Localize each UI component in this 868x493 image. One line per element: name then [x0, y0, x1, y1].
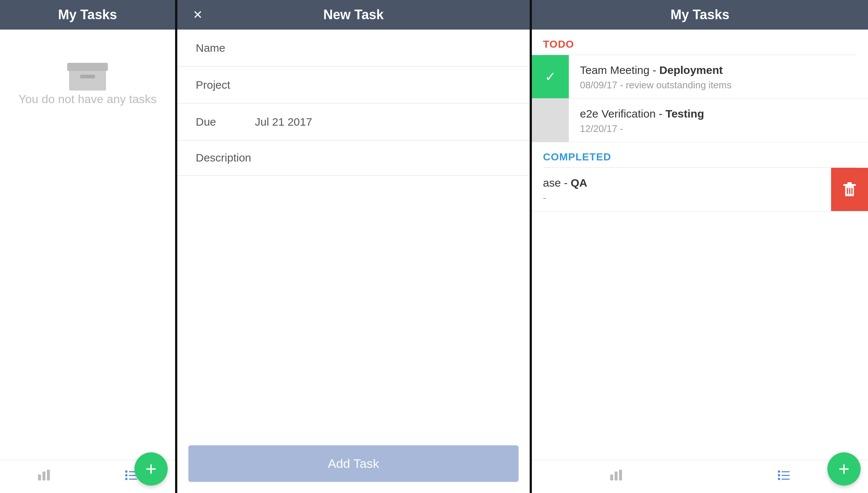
- task-subtitle-completed: -: [543, 192, 820, 204]
- task-content: Team Meeting - Deployment 08/09/17 - rev…: [569, 55, 868, 98]
- svg-rect-18: [610, 475, 613, 480]
- right-fab-button[interactable]: +: [827, 452, 861, 486]
- svg-rect-23: [778, 474, 780, 476]
- middle-panel: ✕ New Task Name Project Due Jul 21 2017 …: [177, 0, 532, 493]
- right-list-icon[interactable]: [777, 468, 791, 485]
- svg-rect-16: [849, 188, 850, 194]
- task-item: e2e Verification - Testing 12/20/17 -: [532, 99, 868, 142]
- name-input[interactable]: [255, 42, 511, 54]
- svg-rect-3: [38, 475, 41, 480]
- svg-rect-10: [125, 478, 127, 480]
- due-label: Due: [196, 116, 255, 128]
- svg-rect-14: [847, 182, 852, 184]
- right-panel-body: TODO ✓ Team Meeting - Deployment 08/09/1…: [532, 30, 868, 460]
- svg-rect-1: [67, 63, 108, 71]
- modal-header: ✕ New Task: [177, 0, 530, 30]
- project-input[interactable]: [255, 79, 511, 91]
- task-title-bold-completed: QA: [571, 177, 587, 189]
- task-subtitle: 12/20/17 -: [580, 123, 857, 135]
- svg-rect-26: [782, 479, 790, 480]
- left-fab-button[interactable]: +: [134, 452, 168, 486]
- description-input-area[interactable]: [177, 176, 530, 438]
- svg-rect-15: [847, 188, 848, 194]
- trash-icon: [842, 181, 857, 198]
- svg-rect-17: [851, 188, 852, 194]
- svg-rect-5: [47, 470, 50, 480]
- task-title-bold: Testing: [666, 108, 704, 120]
- left-panel: My Tasks You do not have any tasks: [0, 0, 177, 493]
- right-bottom-bar: +: [532, 460, 868, 493]
- svg-rect-2: [80, 75, 95, 78]
- task-title: Team Meeting - Deployment: [580, 62, 857, 78]
- task-check-button[interactable]: ✓: [532, 55, 569, 98]
- svg-rect-24: [782, 475, 790, 476]
- right-panel-title: My Tasks: [670, 7, 729, 23]
- task-title-text: e2e Verification -: [580, 108, 666, 120]
- modal-body: Name Project Due Jul 21 2017 Description…: [177, 30, 530, 493]
- task-title-completed: ase - QA: [543, 175, 820, 191]
- right-panel: My Tasks TODO ✓ Team Meeting - Deploymen…: [532, 0, 868, 493]
- svg-rect-8: [125, 474, 127, 476]
- check-icon: ✓: [545, 69, 556, 85]
- modal-close-button[interactable]: ✕: [188, 6, 207, 24]
- task-item-completed: ase - QA -: [532, 168, 868, 211]
- task-title-text: Team Meeting -: [580, 64, 659, 76]
- project-label: Project: [196, 79, 255, 91]
- task-check-button[interactable]: [532, 99, 569, 142]
- add-task-button[interactable]: Add Task: [188, 445, 519, 482]
- description-label: Description: [196, 152, 251, 164]
- task-content: e2e Verification - Testing 12/20/17 -: [569, 99, 868, 142]
- left-bottom-bar: +: [0, 460, 175, 493]
- modal-title: New Task: [323, 7, 383, 23]
- archive-icon: [67, 59, 108, 92]
- task-title: e2e Verification - Testing: [580, 106, 857, 122]
- svg-rect-19: [615, 472, 618, 480]
- svg-rect-25: [778, 478, 780, 480]
- right-bar-chart-icon[interactable]: [609, 468, 623, 485]
- task-subtitle: 08/09/17 - review outstanding items: [580, 79, 857, 91]
- svg-rect-13: [843, 184, 856, 186]
- svg-rect-22: [782, 471, 790, 472]
- left-panel-title: My Tasks: [58, 7, 117, 23]
- svg-rect-4: [42, 472, 45, 480]
- empty-text: You do not have any tasks: [18, 92, 157, 106]
- task-item: ✓ Team Meeting - Deployment 08/09/17 - r…: [532, 55, 868, 99]
- task-content-completed: ase - QA -: [532, 168, 831, 211]
- right-panel-header: My Tasks: [532, 0, 868, 30]
- svg-rect-0: [69, 68, 106, 91]
- svg-rect-20: [619, 470, 622, 480]
- due-value[interactable]: Jul 21 2017: [255, 116, 511, 128]
- name-label: Name: [196, 42, 255, 54]
- task-title-text-completed: ase -: [543, 177, 571, 189]
- svg-rect-6: [125, 470, 127, 473]
- completed-section-header: COMPLETED: [532, 142, 868, 167]
- description-field-row: Description: [177, 140, 530, 176]
- task-delete-button[interactable]: [831, 168, 868, 211]
- left-panel-header: My Tasks: [0, 0, 175, 30]
- svg-rect-21: [778, 470, 780, 473]
- svg-rect-11: [129, 479, 137, 480]
- name-field-row: Name: [177, 30, 530, 67]
- todo-section-header: TODO: [532, 30, 868, 55]
- due-field-row: Due Jul 21 2017: [177, 103, 530, 140]
- task-title-bold: Deployment: [659, 64, 723, 76]
- project-field-row: Project: [177, 67, 530, 103]
- left-panel-body: You do not have any tasks: [0, 30, 175, 460]
- left-bar-chart-icon[interactable]: [37, 468, 51, 485]
